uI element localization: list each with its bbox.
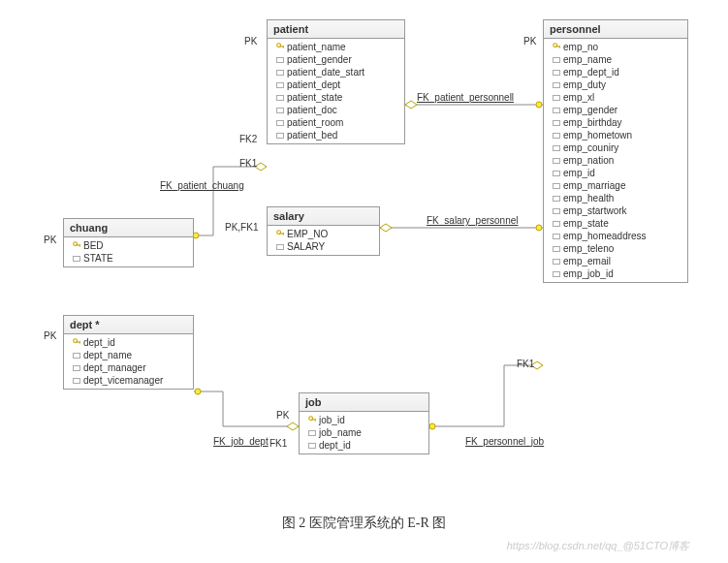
field-name: job_id <box>319 415 345 425</box>
fk2-label-patient: FK2 <box>239 134 257 144</box>
svg-rect-38 <box>314 419 315 421</box>
field-name: emp_hometown <box>563 130 632 141</box>
field-row: emp_xl <box>544 91 687 104</box>
entity-title: job <box>300 393 428 412</box>
field-name: STATE <box>83 253 113 264</box>
column-icon <box>273 57 287 63</box>
column-icon <box>550 145 563 151</box>
field-name: emp_id <box>563 168 595 178</box>
field-name: emp_health <box>563 193 614 203</box>
fk1-label-job: FK1 <box>269 438 287 449</box>
column-icon <box>273 244 287 250</box>
entity-salary: salary EMP_NOSALARY <box>267 206 380 256</box>
field-name: emp_gender <box>563 105 617 115</box>
column-icon <box>550 108 563 113</box>
svg-rect-26 <box>558 46 559 47</box>
column-icon <box>550 271 563 277</box>
pk-label-personnel: PK <box>523 36 536 47</box>
field-name: emp_dept_id <box>563 67 619 78</box>
entity-chuang: chuang BEDSTATE <box>63 218 194 267</box>
field-row: SALARY <box>268 240 379 253</box>
field-row: emp_gender <box>544 104 687 116</box>
column-icon <box>273 108 287 113</box>
field-name: job_name <box>319 427 362 438</box>
field-name: emp_teleno <box>563 243 614 254</box>
field-row: emp_teleno <box>544 242 687 255</box>
field-name: emp_xl <box>563 92 594 103</box>
field-row: emp_dept_id <box>544 66 687 78</box>
column-icon <box>70 256 83 262</box>
entity-personnel: personnel emp_noemp_nameemp_dept_idemp_d… <box>543 19 688 283</box>
field-name: emp_duty <box>563 79 606 90</box>
conn-label-job-dept: FK_job_dept <box>213 436 269 447</box>
entity-body: dept_iddept_namedept_managerdept_viceman… <box>64 334 193 389</box>
conn-label-salary-personnel: FK_salary_personnel <box>427 215 519 226</box>
field-row: emp_no <box>544 41 687 53</box>
field-row: emp_state <box>544 217 687 230</box>
key-icon <box>273 43 287 51</box>
column-icon <box>550 221 563 227</box>
column-icon <box>273 120 287 126</box>
field-name: dept_name <box>83 350 132 360</box>
field-name: patient_doc <box>287 105 337 115</box>
field-name: emp_marriage <box>563 180 625 191</box>
field-row: emp_hometown <box>544 129 687 141</box>
field-row: job_id <box>300 414 428 426</box>
column-icon <box>550 158 563 164</box>
conn-label-personnel-job: FK_personnel_job <box>465 436 544 447</box>
field-row: patient_gender <box>268 53 404 66</box>
field-row: emp_homeaddress <box>544 230 687 242</box>
field-name: emp_state <box>563 218 609 229</box>
watermark-text: https://blog.csdn.net/qq_@51CTO博客 <box>507 539 689 553</box>
field-name: patient_bed <box>287 130 337 141</box>
entity-job: job job_idjob_namedept_id <box>299 392 429 454</box>
field-row: patient_doc <box>268 104 404 116</box>
pk-label-patient: PK <box>244 36 257 47</box>
svg-marker-14 <box>287 422 299 430</box>
entity-title: chuang <box>64 219 193 237</box>
entity-body: patient_namepatient_genderpatient_date_s… <box>268 39 404 143</box>
column-icon <box>550 196 563 202</box>
field-row: emp_birthday <box>544 116 687 129</box>
conn-label-patient-personnel: FK_patient_personnell <box>417 92 514 103</box>
field-row: dept_name <box>64 349 193 361</box>
column-icon <box>273 133 287 139</box>
er-diagram: PK FK2 FK1 PK PK,FK1 PK PK FK1 PK FK1 FK… <box>0 0 728 563</box>
svg-point-10 <box>536 225 542 231</box>
column-icon <box>305 443 319 449</box>
field-row: patient_bed <box>268 129 404 141</box>
field-name: patient_name <box>287 42 346 52</box>
field-name: patient_dept <box>287 79 340 90</box>
column-icon <box>550 82 563 88</box>
svg-rect-32 <box>282 233 283 235</box>
svg-point-15 <box>195 389 201 394</box>
field-row: patient_state <box>268 91 404 104</box>
column-icon <box>70 365 83 371</box>
field-name: emp_startwork <box>563 205 627 216</box>
column-icon <box>550 208 563 214</box>
column-icon <box>550 70 563 76</box>
column-icon <box>70 378 83 384</box>
field-row: emp_startwork <box>544 204 687 217</box>
field-row: emp_couniry <box>544 141 687 154</box>
pk-label-job: PK <box>276 410 289 421</box>
key-icon <box>70 241 83 250</box>
column-icon <box>550 246 563 252</box>
field-name: emp_job_id <box>563 268 614 279</box>
field-row: BED <box>64 239 193 252</box>
conn-label-patient-chuang: FK_patient_chuang <box>160 180 244 191</box>
entity-dept: dept * dept_iddept_namedept_managerdept_… <box>63 315 194 390</box>
field-name: emp_name <box>563 54 612 65</box>
field-name: SALARY <box>287 241 325 252</box>
column-icon <box>550 57 563 63</box>
column-icon <box>273 95 287 101</box>
key-icon <box>550 43 563 51</box>
field-name: dept_manager <box>83 362 146 373</box>
field-row: STATE <box>64 252 193 265</box>
field-row: dept_id <box>64 336 193 349</box>
field-row: dept_id <box>300 439 428 452</box>
pkfk1-label-salary: PK,FK1 <box>225 222 258 233</box>
figure-caption: 图 2 医院管理系统的 E-R 图 <box>0 515 728 532</box>
field-name: emp_birthday <box>563 117 622 128</box>
column-icon <box>550 171 563 176</box>
